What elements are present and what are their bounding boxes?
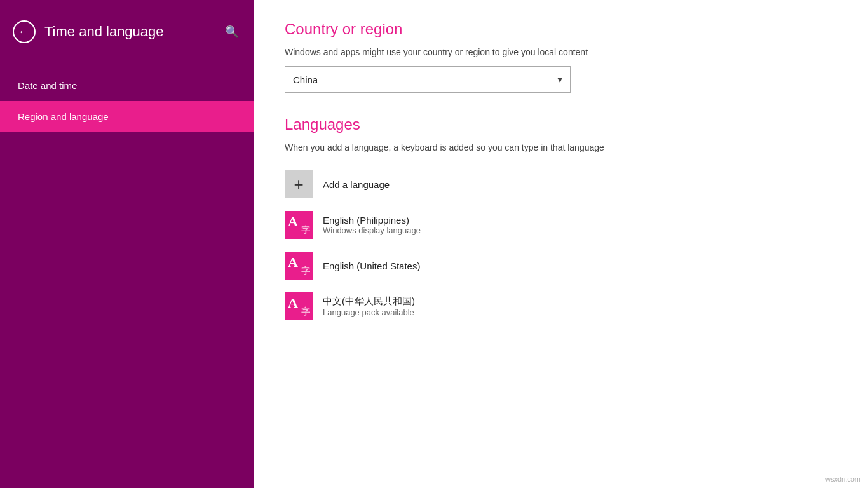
back-arrow-icon: ← — [18, 26, 29, 37]
country-select[interactable]: China United States United Kingdom Japan… — [285, 66, 571, 93]
plus-icon: + — [294, 176, 303, 193]
lang-info-english-us: English (United States) — [323, 261, 420, 271]
lang-sub-chinese-simplified: Language pack available — [323, 308, 415, 317]
languages-section-title: Languages — [285, 116, 837, 133]
country-section-description: Windows and apps might use your country … — [285, 47, 837, 57]
lang-icon-english-philippines: A 字 — [285, 211, 313, 239]
sidebar: ← Time and language 🔍 Date and time Regi… — [0, 0, 254, 488]
lang-icon-chinese-simplified: A 字 — [285, 292, 313, 320]
lang-letter-a-cn: A — [288, 295, 298, 311]
lang-letter-a: A — [288, 214, 298, 230]
sidebar-header: ← Time and language 🔍 — [0, 0, 254, 64]
lang-name-english-philippines: English (Philippines) — [323, 215, 421, 226]
lang-name-chinese-simplified: 中文(中华人民共和国) — [323, 295, 415, 308]
lang-letter-zh: 字 — [301, 225, 310, 236]
sidebar-title: Time and language — [44, 24, 214, 40]
sidebar-nav: Date and time Region and language — [0, 70, 254, 132]
languages-section: Languages When you add a language, a key… — [285, 116, 837, 327]
language-item-chinese-simplified[interactable]: A 字 中文(中华人民共和国) Language pack available — [285, 286, 837, 327]
language-item-english-philippines[interactable]: A 字 English (Philippines) Windows displa… — [285, 205, 837, 245]
languages-section-description: When you add a language, a keyboard is a… — [285, 142, 837, 152]
add-language-label: Add a language — [323, 179, 390, 190]
sidebar-item-date-and-time[interactable]: Date and time — [0, 70, 254, 101]
lang-letter-zh-cn: 字 — [301, 306, 310, 318]
add-language-item[interactable]: + Add a language — [285, 164, 837, 205]
lang-info-english-philippines: English (Philippines) Windows display la… — [323, 215, 421, 235]
country-section: Country or region Windows and apps might… — [285, 20, 837, 93]
lang-letter-a-us: A — [288, 254, 298, 271]
country-section-title: Country or region — [285, 20, 837, 38]
language-item-english-us[interactable]: A 字 English (United States) — [285, 245, 837, 286]
lang-sub-english-philippines: Windows display language — [323, 226, 421, 235]
lang-info-chinese-simplified: 中文(中华人民共和国) Language pack available — [323, 295, 415, 317]
add-language-icon-box: + — [285, 170, 313, 198]
main-content: Country or region Windows and apps might… — [254, 0, 868, 488]
language-list: + Add a language A 字 English (Philippine… — [285, 164, 837, 327]
lang-name-english-us: English (United States) — [323, 261, 420, 271]
lang-letter-zh-us: 字 — [301, 266, 310, 277]
country-select-wrapper: China United States United Kingdom Japan… — [285, 66, 571, 93]
lang-icon-english-us: A 字 — [285, 252, 313, 280]
watermark: wsxdn.com — [825, 475, 860, 483]
sidebar-item-region-and-language[interactable]: Region and language — [0, 101, 254, 132]
back-button[interactable]: ← — [13, 20, 36, 43]
search-icon[interactable]: 🔍 — [222, 22, 241, 41]
